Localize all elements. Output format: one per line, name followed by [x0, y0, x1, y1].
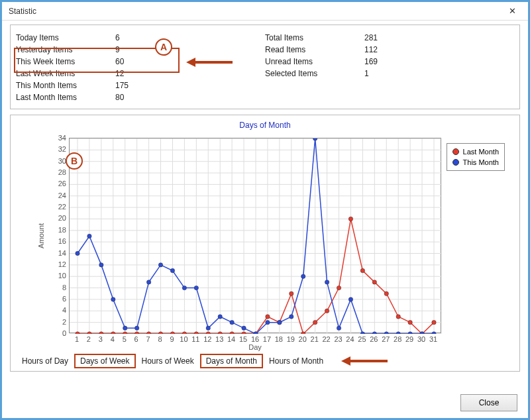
- svg-point-65: [266, 315, 270, 319]
- stats-row: Yesterday Items9: [16, 44, 265, 56]
- svg-point-50: [87, 332, 91, 334]
- y-tick-label: 28: [16, 168, 66, 176]
- svg-point-104: [360, 332, 364, 334]
- svg-point-63: [242, 332, 246, 334]
- stats-value: 60: [115, 56, 155, 68]
- svg-point-75: [384, 291, 388, 295]
- svg-point-82: [99, 263, 103, 267]
- y-tick-label: 12: [16, 260, 66, 268]
- svg-point-90: [194, 286, 198, 289]
- chart-tabs: Hours of DayDays of WeekHours of WeekDay…: [16, 354, 514, 368]
- stats-row: Last Month Items80: [16, 91, 265, 103]
- svg-point-85: [134, 326, 138, 330]
- svg-point-76: [396, 315, 400, 319]
- stats-row: Unread Items169: [265, 56, 514, 68]
- x-axis-label: Day: [69, 343, 441, 351]
- x-tick-label: 24: [346, 335, 354, 343]
- svg-point-81: [87, 234, 91, 238]
- legend-item-last-month: Last Month: [452, 146, 499, 157]
- x-tick-label: 3: [99, 335, 103, 343]
- svg-point-97: [278, 320, 282, 324]
- stats-row: Last Week Items12: [16, 68, 265, 79]
- y-tick-label: 22: [16, 203, 66, 211]
- svg-point-86: [146, 280, 150, 284]
- x-tick-label: 1: [75, 335, 79, 343]
- chart-tab[interactable]: Days of Week: [74, 354, 135, 368]
- stats-label: Selected Items: [265, 68, 364, 79]
- x-tick-label: 9: [170, 335, 174, 343]
- svg-point-51: [99, 332, 103, 334]
- chart-title: Days of Month: [16, 121, 514, 130]
- chart-tab[interactable]: Hours of Month: [263, 354, 329, 368]
- stats-value: 112: [364, 44, 404, 56]
- stats-label: Last Week Items: [16, 68, 115, 79]
- legend-dot-icon: [452, 159, 459, 166]
- y-tick-label: 26: [16, 180, 66, 187]
- stats-panel: Today Items6Yesterday Items9This Week It…: [10, 25, 520, 109]
- svg-point-72: [348, 217, 352, 221]
- svg-point-69: [313, 320, 317, 324]
- y-tick-label: 34: [16, 134, 66, 142]
- stats-label: This Week Items: [16, 56, 115, 68]
- stats-label: Read Items: [265, 44, 364, 56]
- x-tick-label: 16: [251, 335, 259, 343]
- stats-value: 80: [115, 91, 155, 103]
- x-tick-label: 29: [405, 335, 413, 343]
- svg-point-93: [230, 320, 234, 324]
- svg-point-96: [266, 320, 270, 324]
- chart-panel: Days of Month 02468101214161820222426283…: [10, 115, 520, 372]
- stats-value: 1: [364, 68, 404, 79]
- y-tick-label: 24: [16, 191, 66, 199]
- stats-value: 6: [115, 32, 155, 44]
- stats-label: This Month Items: [16, 79, 115, 91]
- stats-label: Last Month Items: [16, 91, 115, 103]
- svg-point-55: [146, 332, 150, 334]
- x-tick-label: 6: [134, 335, 138, 343]
- x-tick-label: 4: [111, 335, 115, 343]
- close-icon[interactable]: ✕: [499, 3, 525, 19]
- svg-point-74: [372, 280, 376, 284]
- stats-label: Yesterday Items: [16, 44, 115, 56]
- svg-point-87: [158, 263, 162, 267]
- stats-row: Total Items281: [265, 32, 514, 44]
- svg-point-59: [194, 332, 198, 334]
- svg-point-107: [396, 332, 400, 334]
- svg-point-70: [325, 309, 329, 313]
- stats-value: 169: [364, 56, 404, 68]
- svg-marker-112: [341, 356, 350, 366]
- chart-tab[interactable]: Hours of Day: [16, 354, 74, 368]
- window-title: Statistic: [9, 7, 36, 16]
- chart-tab[interactable]: Hours of Week: [136, 354, 200, 368]
- y-tick-label: 6: [16, 295, 66, 303]
- x-tick-label: 12: [203, 335, 211, 343]
- stats-value: 12: [115, 68, 155, 79]
- svg-point-67: [290, 291, 293, 295]
- x-tick-label: 8: [158, 335, 162, 343]
- svg-point-54: [134, 332, 138, 334]
- chart-area: 0246810121416182022242628303234 12345678…: [16, 131, 514, 350]
- x-tick-label: 30: [417, 335, 425, 343]
- x-tick-label: 10: [180, 335, 187, 343]
- svg-point-53: [123, 332, 127, 334]
- x-tick-label: 31: [429, 335, 437, 343]
- svg-point-110: [432, 332, 436, 334]
- x-tick-label: 21: [311, 335, 319, 343]
- x-tick-label: 15: [239, 335, 247, 343]
- svg-point-106: [384, 332, 388, 334]
- svg-point-108: [408, 332, 412, 334]
- y-tick-label: 4: [16, 306, 66, 314]
- x-tick-label: 22: [322, 335, 330, 343]
- close-button[interactable]: Close: [460, 394, 517, 411]
- x-tick-label: 27: [382, 335, 390, 343]
- svg-point-98: [290, 315, 293, 319]
- legend-dot-icon: [452, 148, 459, 155]
- stats-right-column: Total Items281Read Items112Unread Items1…: [265, 32, 514, 103]
- y-tick-label: 10: [16, 272, 66, 280]
- x-tick-label: 28: [394, 335, 401, 343]
- stats-row: This Month Items175: [16, 79, 265, 91]
- stats-value: 175: [115, 79, 155, 91]
- stats-label: Unread Items: [265, 56, 364, 68]
- chart-tab[interactable]: Days of Month: [200, 354, 263, 368]
- stats-row: This Week Items60: [16, 56, 265, 68]
- svg-point-84: [123, 326, 127, 330]
